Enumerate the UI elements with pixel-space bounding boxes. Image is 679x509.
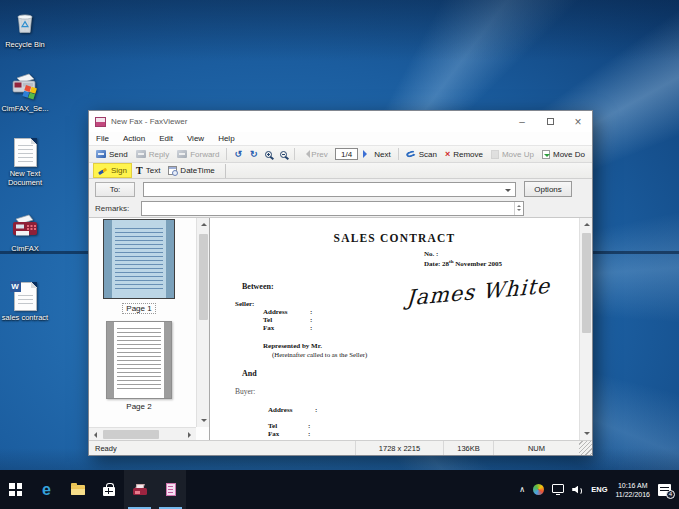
page-1-thumbnail[interactable] <box>103 219 175 299</box>
tray-chevron-up-icon[interactable]: ∧ <box>519 485 525 494</box>
reply-icon <box>136 150 146 158</box>
taskbar-store[interactable] <box>93 470 124 509</box>
page-1-label[interactable]: Page 1 <box>89 303 189 314</box>
move-up-button[interactable]: Move Up <box>487 147 538 162</box>
send-button[interactable]: Send <box>92 147 132 162</box>
start-button[interactable] <box>0 470 31 509</box>
image-dimensions: 1728 x 2215 <box>355 441 443 455</box>
maximize-icon <box>547 118 554 125</box>
remarks-spinner[interactable] <box>514 202 523 215</box>
scroll-left-button[interactable] <box>89 428 102 441</box>
desktop-icon-recycle-bin[interactable]: Recycle Bin <box>0 8 57 49</box>
scroll-up-button[interactable] <box>197 218 210 231</box>
resize-grip[interactable] <box>579 441 592 455</box>
rotate-right-button[interactable]: ↻ <box>246 147 262 162</box>
text-document-icon <box>14 138 37 167</box>
scrollbar-thumb[interactable] <box>582 233 591 333</box>
tray-app-icon[interactable] <box>533 484 544 495</box>
remarks-input[interactable] <box>141 201 524 216</box>
triangle-down-icon <box>584 432 590 438</box>
sign-button[interactable]: Sign <box>93 163 132 178</box>
cimfax-setup-icon <box>7 70 43 102</box>
action-center-icon[interactable]: 4 <box>658 484 671 496</box>
taskbar-edge[interactable]: e <box>31 470 62 509</box>
rotate-left-button[interactable]: ↺ <box>230 147 246 162</box>
clock[interactable]: 10:16 AM 11/22/2016 <box>615 481 650 499</box>
between-label: Between: <box>242 282 274 291</box>
scrollbar-thumb[interactable] <box>199 234 208 320</box>
options-button[interactable]: Options <box>524 181 572 197</box>
remove-button[interactable]: × Remove <box>441 147 487 162</box>
signature[interactable]: James White <box>406 274 551 311</box>
thumbnail-vertical-scrollbar[interactable] <box>196 218 209 427</box>
scroll-up-button[interactable] <box>580 218 592 231</box>
desktop-icon-cimfax[interactable]: CimFAX <box>0 210 57 253</box>
document-vertical-scrollbar[interactable] <box>579 218 592 440</box>
prev-page-button[interactable]: Prev <box>298 147 331 162</box>
buyer-fax-row: Fax: <box>268 430 310 438</box>
menu-file[interactable]: File <box>89 134 116 143</box>
taskbar-cimfax[interactable] <box>124 470 155 509</box>
close-button[interactable]: × <box>564 111 592 132</box>
to-button[interactable]: To: <box>95 182 135 197</box>
window-title: New Fax - FaxViewer <box>111 117 508 126</box>
notification-badge: 4 <box>666 490 675 499</box>
recipient-combobox[interactable] <box>143 182 516 197</box>
taskbar-file-explorer[interactable] <box>62 470 93 509</box>
seller-address-row: Address: <box>263 308 312 316</box>
reply-button[interactable]: Reply <box>132 147 173 162</box>
move-down-button[interactable]: Move Do <box>538 147 589 162</box>
buyer-label: Buyer: <box>235 387 255 396</box>
document-page[interactable]: SALES CONTRACT No. : Date: 28th November… <box>210 218 592 440</box>
remarks-label: Remarks: <box>95 204 135 213</box>
desktop-icon-label: Recycle Bin <box>5 40 45 49</box>
seller-fax-row: Fax: <box>263 324 312 332</box>
maximize-button[interactable] <box>536 111 564 132</box>
datetime-button[interactable]: DateTime <box>164 163 218 178</box>
taskbar-faxviewer[interactable] <box>155 470 186 509</box>
move-up-icon <box>491 150 499 159</box>
viewer-content: Page 1 Page 2 SALES <box>89 218 592 440</box>
forward-button[interactable]: Forward <box>173 147 223 162</box>
next-page-button[interactable]: Next <box>361 147 394 162</box>
scrollbar-thumb[interactable] <box>103 430 159 439</box>
scroll-down-button[interactable] <box>197 414 210 427</box>
network-icon[interactable] <box>552 484 564 493</box>
cimfax-app-icon <box>8 210 42 242</box>
zoom-out-button[interactable] <box>276 147 291 162</box>
minimize-button[interactable]: – <box>508 111 536 132</box>
page-2-thumbnail[interactable] <box>106 321 172 399</box>
desktop-icon-label: CimFAX_Se... <box>1 104 48 113</box>
language-indicator[interactable]: ENG <box>591 485 607 494</box>
triangle-left-icon <box>91 432 97 438</box>
remove-icon: × <box>445 150 450 159</box>
scan-icon <box>405 150 416 159</box>
chevron-down-icon[interactable] <box>505 189 511 195</box>
rotate-right-icon: ↻ <box>250 150 258 159</box>
scroll-right-button[interactable] <box>183 428 196 441</box>
scroll-down-button[interactable] <box>580 427 592 440</box>
page-indicator[interactable]: 1/4 <box>335 148 359 160</box>
scan-button[interactable]: Scan <box>402 147 441 162</box>
desktop-icon-sales-contract[interactable]: W sales contract <box>0 282 57 322</box>
desktop-icon-cimfax-setup[interactable]: CimFAX_Se... <box>0 70 57 113</box>
zoom-in-button[interactable] <box>261 147 276 162</box>
speaker-icon[interactable] <box>572 485 583 495</box>
main-toolbar: Send Reply Forward ↺ ↻ Prev 1/4 <box>89 146 592 163</box>
desktop-icon-new-text-document[interactable]: New Text Document <box>0 138 57 187</box>
datetime-icon <box>168 166 177 175</box>
and-label: And <box>242 369 257 378</box>
menu-action[interactable]: Action <box>116 134 152 143</box>
rotate-left-icon: ↺ <box>234 150 242 159</box>
menu-edit[interactable]: Edit <box>152 134 180 143</box>
next-arrow-icon <box>363 150 371 158</box>
text-tool-button[interactable]: T Text <box>132 163 164 178</box>
send-icon <box>96 150 106 158</box>
menu-view[interactable]: View <box>180 134 211 143</box>
recycle-bin-icon <box>10 8 40 38</box>
thumbnail-horizontal-scrollbar[interactable] <box>89 427 196 440</box>
titlebar[interactable]: New Fax - FaxViewer – × <box>89 111 592 132</box>
page-2-label[interactable]: Page 2 <box>89 402 189 411</box>
desktop-icon-label: sales contract <box>2 313 48 322</box>
menu-help[interactable]: Help <box>211 134 241 143</box>
